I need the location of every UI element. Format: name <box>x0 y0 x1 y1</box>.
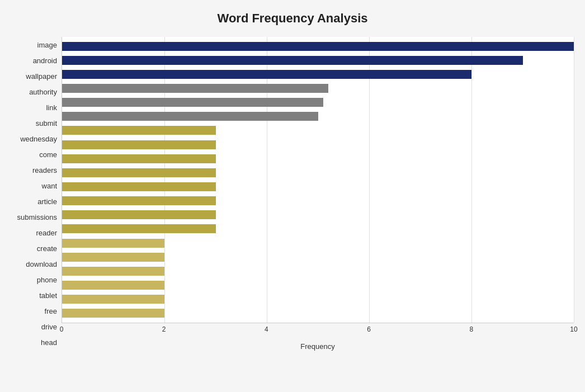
bar <box>62 239 164 248</box>
bar-row <box>62 55 574 66</box>
x-tick-label: 2 <box>162 325 166 333</box>
bars-wrapper <box>62 37 574 323</box>
bar-row <box>62 41 574 52</box>
bar-row <box>62 223 574 234</box>
bar <box>62 98 323 107</box>
bar-row <box>62 266 574 277</box>
bar <box>62 140 216 149</box>
x-axis: 0246810 <box>62 323 574 340</box>
bar <box>62 196 216 205</box>
bar-row <box>62 209 574 220</box>
bar-row <box>62 252 574 263</box>
y-label: create <box>37 243 57 255</box>
bar-row <box>62 69 574 80</box>
bar-row <box>62 153 574 164</box>
bar-row <box>62 195 574 206</box>
bar <box>62 253 164 262</box>
y-label: drive <box>41 321 57 333</box>
bar <box>62 70 471 79</box>
bar <box>62 126 216 135</box>
y-label: readers <box>32 164 57 176</box>
bar <box>62 224 216 233</box>
y-label: want <box>42 180 57 192</box>
bar-row <box>62 83 574 94</box>
y-label: tablet <box>39 290 57 302</box>
bar-row <box>62 167 574 178</box>
chart-area: imageandroidwallpaperauthoritylinksubmit… <box>11 37 574 351</box>
bars-area <box>62 37 574 323</box>
y-label: head <box>41 337 57 349</box>
y-label: submissions <box>17 211 57 224</box>
y-label: free <box>45 305 57 318</box>
bar <box>62 295 164 304</box>
bar-row <box>62 125 574 136</box>
bar <box>62 267 164 276</box>
bar <box>62 309 164 318</box>
x-axis-label: Frequency <box>62 342 574 351</box>
y-label: authority <box>29 86 57 98</box>
bar <box>62 42 574 51</box>
chart-title: Word Frequency Analysis <box>11 11 574 26</box>
bar-row <box>62 294 574 305</box>
y-label: phone <box>37 274 57 286</box>
x-tick-label: 10 <box>570 325 577 333</box>
bars-and-xaxis: 0246810 Frequency <box>62 37 574 351</box>
bar-row <box>62 280 574 291</box>
x-tick-label: 8 <box>469 325 473 333</box>
bar <box>62 154 216 163</box>
chart-container: Word Frequency Analysis imageandroidwall… <box>0 0 585 392</box>
bar <box>62 56 523 65</box>
bar-row <box>62 238 574 249</box>
x-tick-label: 0 <box>60 325 64 333</box>
y-label: image <box>37 39 57 51</box>
bar <box>62 182 216 191</box>
y-label: come <box>39 148 57 160</box>
y-label: android <box>33 54 57 67</box>
grid-line <box>574 37 574 323</box>
x-tick-label: 6 <box>367 325 371 333</box>
y-label: submit <box>36 117 57 129</box>
x-tick-label: 4 <box>265 325 268 333</box>
bar-row <box>62 308 574 319</box>
bar <box>62 168 216 177</box>
y-label: download <box>26 258 57 271</box>
y-label: wallpaper <box>26 70 57 82</box>
y-axis: imageandroidwallpaperauthoritylinksubmit… <box>11 37 62 351</box>
bar-row <box>62 97 574 108</box>
bar <box>62 84 328 93</box>
y-label: link <box>46 101 57 114</box>
bar <box>62 210 216 219</box>
bar-row <box>62 139 574 150</box>
bar <box>62 112 318 121</box>
y-label: wednesday <box>20 133 57 145</box>
bar <box>62 281 164 290</box>
bar-row <box>62 181 574 192</box>
y-label: article <box>37 195 57 207</box>
bar-row <box>62 111 574 122</box>
y-label: reader <box>36 227 57 239</box>
